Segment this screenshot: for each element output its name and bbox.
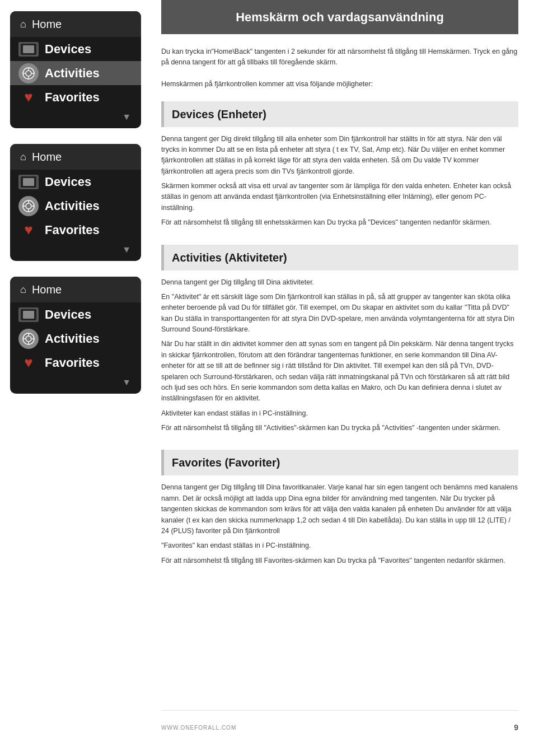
- favorites-label-1: Favorites: [45, 88, 100, 106]
- favorites-para-2: "Favorites" kan endast ställas in i PC-i…: [161, 540, 518, 551]
- page-wrapper: ⌂ Home Devices: [0, 0, 534, 756]
- activities-para-1: Denna tangent ger Dig tillgång till Dina…: [161, 277, 518, 288]
- favorites-icon-2: ♥: [18, 222, 39, 238]
- page-title: Hemskärm och vardagsanvändning: [236, 10, 444, 24]
- favorites-item-2[interactable]: ♥ Favorites: [10, 218, 141, 242]
- favorites-para-1: Denna tangent ger Dig tillgång till Dina…: [161, 482, 518, 536]
- devices-icon-3: [18, 307, 39, 323]
- activities-label-1: Activities: [45, 64, 100, 82]
- right-column: Hemskärm och vardagsanvändning Du kan tr…: [151, 0, 534, 756]
- favorites-icon-3: ♥: [18, 355, 39, 371]
- remote-panel-3: ⌂ Home Devices: [10, 277, 141, 394]
- footer-url: WWW.ONEFORALL.COM: [161, 724, 236, 732]
- activities-item-1[interactable]: Activities: [10, 61, 141, 85]
- favorites-section-title: Favorites (Favoriter): [172, 456, 280, 469]
- devices-item-1[interactable]: Devices: [10, 37, 141, 61]
- panel-arrow-1: ▼: [10, 110, 141, 124]
- favorites-section-header: Favorites (Favoriter): [161, 450, 518, 475]
- devices-label-1: Devices: [45, 40, 91, 58]
- favorites-item-1[interactable]: ♥ Favorites: [10, 85, 141, 109]
- devices-icon-1: [18, 41, 39, 57]
- home-bar-2: ⌂ Home: [10, 144, 141, 170]
- devices-section-title: Devices (Enheter): [172, 108, 266, 120]
- remote-panel-1: ⌂ Home Devices: [10, 11, 141, 128]
- footer: WWW.ONEFORALL.COM 9: [161, 710, 518, 734]
- activities-label-2: Activities: [45, 197, 100, 215]
- home-icon-1: ⌂: [20, 17, 26, 32]
- home-label-3: Home: [32, 281, 62, 298]
- home-icon-2: ⌂: [20, 150, 26, 165]
- devices-icon-2: [18, 174, 39, 190]
- favorites-section-body: Denna tangent ger Dig tillgång till Dina…: [161, 482, 518, 570]
- activities-section-title: Activities (Aktiviteter): [172, 251, 287, 264]
- page-header: Hemskärm och vardagsanvändning: [161, 0, 518, 34]
- favorites-para-3: För att närsomhelst få tillgång till Fav…: [161, 556, 518, 566]
- activities-para-3: När Du har ställt in din aktivitet komme…: [161, 339, 518, 404]
- activities-icon-3: [18, 331, 39, 347]
- activities-icon-2: [18, 198, 39, 214]
- intro-block: Du kan trycka in"Home\Back" tangenten i …: [161, 46, 518, 90]
- activities-para-2: En "Aktivitet" är ett särskilt läge som …: [161, 292, 518, 335]
- devices-item-3[interactable]: Devices: [10, 302, 141, 326]
- devices-section-body: Denna tangent ger Dig direkt tillgång ti…: [161, 134, 518, 232]
- activities-item-2[interactable]: Activities: [10, 194, 141, 218]
- favorites-label-3: Favorites: [45, 353, 100, 372]
- activities-para-4: Aktiviteter kan endast ställas in i PC-i…: [161, 408, 518, 419]
- devices-label-2: Devices: [45, 172, 91, 191]
- panel-arrow-2: ▼: [10, 243, 141, 256]
- devices-para-2: Skärmen kommer också att visa ett urval …: [161, 181, 518, 213]
- activities-section-body: Denna tangent ger Dig tillgång till Dina…: [161, 277, 518, 438]
- devices-para-1: Denna tangent ger Dig direkt tillgång ti…: [161, 134, 518, 178]
- intro-para-2: Hemskärmen på fjärrkontrollen kommer att…: [161, 79, 518, 90]
- activities-icon-1: [18, 66, 39, 81]
- favorites-item-3[interactable]: ♥ Favorites: [10, 351, 141, 375]
- home-bar-1: ⌂ Home: [10, 11, 141, 37]
- footer-page-number: 9: [514, 722, 518, 734]
- activities-section-header: Activities (Aktiviteter): [161, 245, 518, 270]
- activities-para-5: För att närsomhelst få tillgång till "Ac…: [161, 423, 518, 433]
- devices-section-header: Devices (Enheter): [161, 101, 518, 127]
- home-bar-3: ⌂ Home: [10, 277, 141, 302]
- activities-label-3: Activities: [45, 329, 100, 348]
- home-icon-3: ⌂: [20, 282, 26, 297]
- devices-para-3: För att närsomhelst få tillgång till enh…: [161, 217, 518, 228]
- home-label-2: Home: [32, 148, 62, 165]
- activities-item-3[interactable]: Activities: [10, 326, 141, 351]
- favorites-label-2: Favorites: [45, 221, 100, 239]
- remote-panel-2: ⌂ Home Devices: [10, 144, 141, 261]
- left-column: ⌂ Home Devices: [0, 0, 151, 756]
- devices-item-2[interactable]: Devices: [10, 170, 141, 194]
- devices-label-3: Devices: [45, 305, 91, 324]
- panel-arrow-3: ▼: [10, 376, 141, 389]
- favorites-icon-1: ♥: [18, 90, 39, 105]
- intro-para-1: Du kan trycka in"Home\Back" tangenten i …: [161, 46, 518, 68]
- home-label-1: Home: [32, 16, 62, 32]
